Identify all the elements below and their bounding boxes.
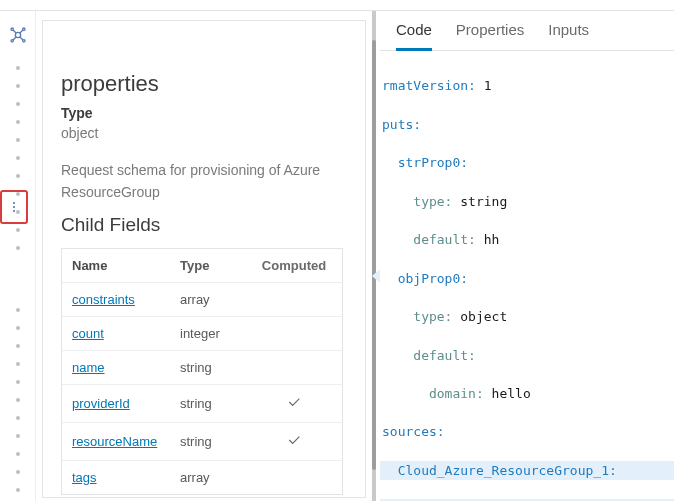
right-pane: Code Properties Inputs rmatVersion: 1 pu… [380,11,674,501]
scrollbar-thumb[interactable] [372,40,376,470]
type-value: object [61,125,349,141]
th-type: Type [180,258,256,273]
panel-description: Request schema for provisioning of Azure… [61,159,349,204]
svg-point-2 [22,40,24,42]
field-type: string [180,434,256,449]
svg-point-4 [11,40,13,42]
child-fields-heading: Child Fields [61,214,349,236]
field-link[interactable]: tags [72,470,180,485]
type-label: Type [61,105,349,121]
field-link[interactable]: name [72,360,180,375]
tab-code[interactable]: Code [396,21,432,51]
table-row: name string [62,351,342,385]
field-link[interactable]: resourceName [72,434,180,449]
table-row: providerId string [62,385,342,423]
field-link[interactable]: count [72,326,180,341]
left-rail [0,11,36,501]
panel-heading: properties [61,71,349,97]
tab-properties[interactable]: Properties [456,21,524,50]
field-type: integer [180,326,256,341]
selection-pointer-icon [372,269,380,283]
field-link[interactable]: providerId [72,396,180,411]
properties-panel: × properties Type object Request schema … [42,20,366,498]
tab-inputs[interactable]: Inputs [548,21,589,50]
check-icon [256,394,332,413]
child-fields-table: Name Type Computed constraints array cou… [61,248,343,495]
code-editor[interactable]: rmatVersion: 1 puts: strProp0: type: str… [380,51,674,501]
table-row: constraints array [62,283,342,317]
field-link[interactable]: constraints [72,292,180,307]
editor-tabs: Code Properties Inputs [380,11,674,51]
check-icon [256,432,332,451]
field-type: array [180,292,256,307]
th-name: Name [72,258,180,273]
table-row: resourceName string [62,423,342,461]
rail-dots [16,66,20,501]
integration-icon[interactable] [8,25,28,48]
th-computed: Computed [256,258,332,273]
svg-point-1 [11,28,13,30]
table-row: tags array [62,461,342,494]
table-row: count integer [62,317,342,351]
svg-point-3 [22,28,24,30]
table-header: Name Type Computed [62,249,342,283]
field-type: string [180,360,256,375]
field-type: array [180,470,256,485]
field-type: string [180,396,256,411]
selected-palette-item[interactable] [0,190,28,224]
